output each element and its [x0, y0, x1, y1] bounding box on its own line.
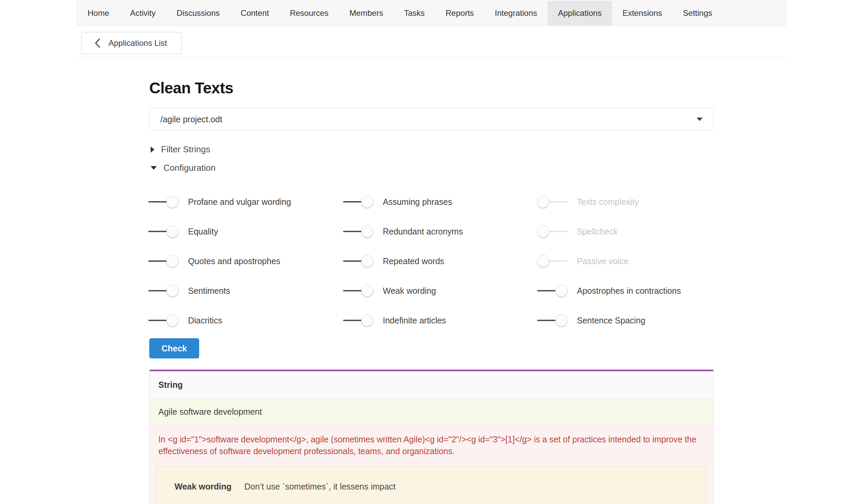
back-to-applications-list-button[interactable]: Applications List: [81, 32, 182, 54]
nav-item-home[interactable]: Home: [77, 1, 120, 25]
switch-knob[interactable]: [361, 196, 373, 208]
toggle-label: Diacritics: [188, 316, 222, 325]
results-header: String: [150, 371, 713, 399]
toggles-grid: Profane and vulgar wordingAssuming phras…: [148, 187, 681, 335]
switch-knob[interactable]: [166, 196, 179, 208]
toggle-switch-assuming-phrases[interactable]: [343, 196, 373, 208]
switch-knob[interactable]: [361, 314, 373, 326]
toggle-label: Passive voice: [577, 256, 629, 266]
toggle-label: Texts complexity: [577, 197, 638, 207]
switch-knob[interactable]: [361, 285, 373, 297]
toggle-switch-profane-and-vulgar-wording[interactable]: [148, 196, 179, 208]
nav-item-activity[interactable]: Activity: [120, 1, 166, 25]
toggle-item-indefinite-articles: Indefinite articles: [343, 314, 537, 326]
switch-knob[interactable]: [537, 255, 549, 267]
switch-track: [537, 320, 556, 321]
toggle-switch-spellcheck[interactable]: [537, 225, 568, 238]
toggle-label: Apostrophes in contractions: [577, 286, 681, 296]
toggle-switch-texts-complexity[interactable]: [537, 196, 568, 208]
toggle-item-weak-wording: Weak wording: [343, 285, 537, 297]
switch-knob[interactable]: [361, 225, 373, 238]
toggle-label: Redundant acronyms: [383, 227, 463, 236]
toggle-item-assuming-phrases: Assuming phrases: [343, 196, 537, 208]
toggle-label: Repeated words: [383, 256, 444, 266]
toggle-switch-repeated-words[interactable]: [343, 255, 373, 267]
nav-item-resources[interactable]: Resources: [280, 1, 339, 25]
file-select-value: /agile project.odt: [161, 114, 222, 124]
switch-track: [548, 231, 568, 232]
file-select[interactable]: /agile project.odt: [149, 108, 714, 131]
toggle-item-spellcheck: Spellcheck: [537, 225, 681, 238]
chevron-right-icon: [151, 147, 154, 153]
toggle-label: Spellcheck: [577, 227, 618, 236]
toggle-switch-sentence-spacing[interactable]: [537, 314, 568, 326]
header-divider: [77, 57, 786, 58]
switch-knob[interactable]: [537, 196, 549, 208]
toggle-switch-sentiments[interactable]: [148, 285, 179, 297]
switch-track: [548, 201, 568, 202]
issue-type: Weak wording: [175, 482, 231, 491]
switch-knob[interactable]: [361, 255, 373, 267]
toggle-switch-diacritics[interactable]: [148, 314, 179, 326]
switch-knob[interactable]: [166, 285, 179, 297]
section-toggle-filter-strings[interactable]: Filter Strings: [151, 144, 210, 155]
diff-text: In <g id="1">software development</g>, a…: [159, 433, 703, 457]
issue-box: Weak wording Don’t use `sometimes`, it l…: [156, 466, 706, 504]
toggle-item-passive-voice: Passive voice: [537, 255, 681, 267]
section-toggle-configuration[interactable]: Configuration: [151, 163, 216, 173]
toggle-switch-apostrophes-in-contractions[interactable]: [537, 285, 568, 297]
chevron-down-icon: [151, 166, 157, 170]
toggle-switch-indefinite-articles[interactable]: [343, 314, 373, 326]
toggle-label: Sentence Spacing: [577, 316, 645, 325]
toggle-item-quotes-and-apostrophes: Quotes and apostrophes: [148, 255, 343, 267]
toggle-label: Indefinite articles: [383, 316, 446, 325]
toggle-switch-quotes-and-apostrophes[interactable]: [148, 255, 179, 267]
nav-item-members[interactable]: Members: [339, 1, 394, 25]
top-nav: HomeActivityDiscussionsContentResourcesM…: [77, 1, 786, 26]
toggle-item-sentence-spacing: Sentence Spacing: [537, 314, 681, 326]
nav-item-applications[interactable]: Applications: [548, 1, 612, 25]
nav-item-discussions[interactable]: Discussions: [166, 1, 230, 25]
switch-track: [343, 201, 362, 202]
toggle-item-profane-and-vulgar-wording: Profane and vulgar wording: [148, 196, 343, 208]
toggle-switch-weak-wording[interactable]: [343, 285, 373, 297]
chevron-down-icon: [696, 118, 703, 121]
issue-message: Don’t use `sometimes`, it lessens impact: [244, 482, 396, 491]
switch-track: [343, 260, 362, 262]
switch-track: [148, 290, 167, 291]
switch-track: [148, 231, 167, 232]
toggle-item-equality: Equality: [148, 225, 343, 238]
nav-item-settings[interactable]: Settings: [673, 1, 723, 25]
nav-item-content[interactable]: Content: [230, 1, 280, 25]
nav-item-tasks[interactable]: Tasks: [394, 1, 435, 25]
toggle-label: Assuming phrases: [383, 197, 452, 207]
toggle-item-repeated-words: Repeated words: [343, 255, 537, 267]
switch-knob[interactable]: [555, 285, 568, 297]
check-button[interactable]: Check: [149, 338, 199, 358]
section-label: Configuration: [163, 163, 216, 173]
switch-knob[interactable]: [166, 225, 179, 238]
switch-track: [548, 260, 568, 262]
nav-item-integrations[interactable]: Integrations: [484, 1, 547, 25]
toggle-item-apostrophes-in-contractions: Apostrophes in contractions: [537, 285, 681, 297]
switch-track: [343, 320, 362, 321]
toggle-switch-equality[interactable]: [148, 225, 179, 238]
switch-track: [343, 231, 362, 232]
toggle-switch-redundant-acronyms[interactable]: [343, 225, 373, 238]
section-label: Filter Strings: [161, 144, 210, 155]
switch-knob[interactable]: [555, 314, 568, 326]
switch-track: [148, 201, 167, 202]
toggle-item-texts-complexity: Texts complexity: [537, 196, 681, 208]
switch-knob[interactable]: [166, 314, 179, 326]
switch-knob[interactable]: [166, 255, 179, 267]
result-detail: In <g id="1">software development</g>, a…: [150, 425, 713, 504]
toggle-switch-passive-voice[interactable]: [537, 255, 568, 267]
toggle-label: Profane and vulgar wording: [188, 197, 291, 207]
result-string-row[interactable]: Agile software development: [150, 399, 713, 425]
switch-knob[interactable]: [537, 225, 549, 238]
toggle-item-redundant-acronyms: Redundant acronyms: [343, 225, 537, 238]
toggle-label: Weak wording: [383, 286, 436, 296]
nav-item-extensions[interactable]: Extensions: [612, 1, 672, 25]
nav-item-reports[interactable]: Reports: [435, 1, 484, 25]
switch-track: [148, 260, 167, 262]
